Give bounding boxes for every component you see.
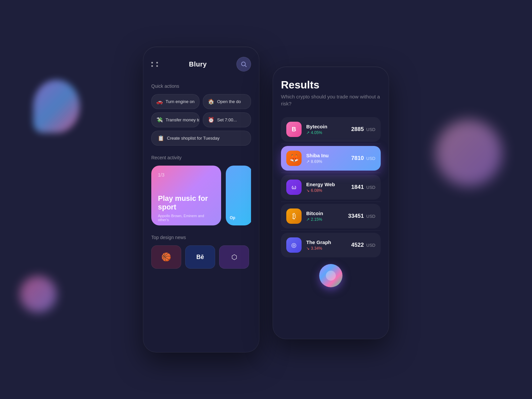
top-design-label: Top design news	[151, 235, 251, 240]
card-index: 1/3	[158, 172, 214, 178]
energy-info: Energy Web ↘ 6.08%	[306, 182, 351, 193]
crypto-item-energy[interactable]: ω Energy Web ↘ 6.08% 1841 USD	[281, 175, 381, 200]
energy-change: ↘ 6.08%	[306, 188, 351, 193]
card-subtitle-music: Appollo Brown, Eminem and other's	[158, 214, 214, 222]
shiba-price: 7810 USD	[351, 155, 375, 162]
dot-3	[151, 65, 153, 67]
recent-activity-label: Recent activity	[151, 155, 251, 160]
phone1-header: Blury	[151, 57, 251, 71]
action-turn-engine[interactable]: 🚗 Turn engine on	[151, 94, 200, 109]
graph-price: 4522 USD	[351, 242, 375, 248]
shiba-icon: 🦊	[286, 151, 302, 166]
graph-icon: ◎	[286, 237, 302, 253]
action-emoji-alarm: ⏰	[208, 117, 214, 123]
bitcoin-name: Bitcoin	[306, 210, 348, 216]
action-open-door[interactable]: 🏠 Open the do	[203, 94, 251, 109]
bytecoin-name: Bytecoin	[306, 124, 351, 129]
bitcoin-change: ↗ 2.15%	[306, 217, 348, 222]
bytecoin-change-value: 4.05%	[311, 130, 322, 135]
bitcoin-trend-icon: ↗	[306, 217, 310, 222]
energy-change-value: 6.08%	[311, 188, 322, 193]
phone-blury: Blury Quick actions 🚗 Turn engine on 🏠	[143, 47, 259, 352]
dot-4	[156, 65, 158, 67]
activity-card-music[interactable]: 1/3 Play music for sport Appollo Brown, …	[151, 166, 221, 225]
graph-trend-icon: ↘	[306, 246, 310, 251]
action-label-door: Open the do	[217, 99, 241, 104]
background-blob-bottom-right	[436, 120, 502, 186]
siri-assistant-button[interactable]	[319, 264, 342, 287]
dribbble-icon: 🏀	[161, 252, 171, 262]
divider-3	[281, 201, 381, 202]
divider-4	[281, 230, 381, 231]
phones-container: Blury Quick actions 🚗 Turn engine on 🏠	[143, 47, 389, 352]
bitcoin-price-value: 33451	[348, 213, 364, 219]
background-blob-top-left	[33, 80, 80, 133]
divider-2	[281, 173, 381, 173]
graph-change-value: 3.34%	[311, 246, 322, 251]
menu-dots[interactable]	[151, 62, 159, 67]
bitcoin-info: Bitcoin ↗ 2.15%	[306, 210, 348, 222]
bitcoin-change-value: 2.15%	[311, 217, 322, 222]
quick-actions-label: Quick actions	[151, 83, 251, 89]
shiba-name: Shiba Inu	[306, 153, 351, 158]
dot-1	[151, 62, 153, 64]
bytecoin-info: Bytecoin ↗ 4.05%	[306, 124, 351, 135]
action-emoji-car: 🚗	[156, 98, 163, 105]
energy-icon: ω	[286, 180, 302, 195]
background-blob-bottom-left	[20, 276, 57, 313]
search-icon	[240, 61, 247, 67]
bytecoin-price: 2885 USD	[351, 126, 375, 133]
card-title-music: Play music for sport	[158, 194, 214, 212]
activity-card-secondary[interactable]: Op	[226, 166, 251, 225]
crypto-list: B Bytecoin ↗ 4.05% 2885 USD	[281, 117, 381, 257]
behance-icon: Bē	[196, 254, 204, 261]
graph-currency: USD	[366, 243, 375, 248]
shiba-change-value: 8.69%	[311, 159, 322, 164]
graph-name: The Graph	[306, 239, 351, 245]
action-set-alarm[interactable]: ⏰ Set 7:00...	[203, 112, 251, 127]
energy-name: Energy Web	[306, 182, 351, 187]
action-create-shoplist[interactable]: 📋 Create shoplist for Tuesday	[151, 131, 251, 146]
shiba-price-value: 7810	[351, 155, 364, 161]
card-secondary-label: Op	[230, 215, 248, 220]
design-cards-row: 🏀 Bē ⬡	[151, 245, 251, 269]
energy-currency: USD	[366, 185, 375, 190]
search-button[interactable]	[236, 57, 251, 71]
graph-change: ↘ 3.34%	[306, 246, 351, 251]
divider-1	[281, 144, 381, 144]
quick-actions-grid: 🚗 Turn engine on 🏠 Open the do 💸 Transfe…	[151, 94, 251, 127]
graph-price-value: 4522	[351, 242, 364, 248]
activity-cards-row: 1/3 Play music for sport Appollo Brown, …	[151, 166, 251, 225]
energy-trend-icon: ↘	[306, 188, 310, 193]
svg-line-1	[245, 66, 247, 67]
shiba-info: Shiba Inu ↗ 8.69%	[306, 153, 351, 164]
bitcoin-price: 33451 USD	[348, 213, 375, 219]
crypto-item-bytecoin[interactable]: B Bytecoin ↗ 4.05% 2885 USD	[281, 117, 381, 142]
design-card-behance[interactable]: Bē	[185, 245, 215, 269]
bytecoin-trend-icon: ↗	[306, 130, 310, 135]
svg-point-0	[241, 62, 245, 66]
shiba-currency: USD	[366, 156, 375, 161]
bitcoin-icon: ₿	[286, 208, 302, 224]
bitcoin-currency: USD	[366, 214, 375, 219]
design-card-figma[interactable]: ⬡	[219, 245, 249, 269]
dot-2	[156, 62, 158, 64]
action-transfer-money[interactable]: 💸 Transfer money to...	[151, 112, 200, 127]
top-design-section: Top design news 🏀 Bē ⬡	[151, 235, 251, 269]
crypto-item-graph[interactable]: ◎ The Graph ↘ 3.34% 4522 USD	[281, 233, 381, 257]
crypto-item-bitcoin[interactable]: ₿ Bitcoin ↗ 2.15% 33451 USD	[281, 204, 381, 228]
design-card-dribbble[interactable]: 🏀	[151, 245, 181, 269]
phone-crypto: Results Which crypto should you trade no…	[273, 66, 389, 339]
energy-price: 1841 USD	[351, 184, 375, 191]
app-title: Blury	[189, 61, 207, 68]
results-title: Results	[281, 79, 381, 91]
action-label-shoplist: Create shoplist for Tuesday	[167, 136, 219, 141]
action-label-engine: Turn engine on	[166, 99, 195, 104]
action-label-transfer: Transfer money to...	[166, 117, 200, 122]
bytecoin-change: ↗ 4.05%	[306, 130, 351, 135]
graph-info: The Graph ↘ 3.34%	[306, 239, 351, 251]
action-emoji-shoplist: 📋	[158, 135, 164, 141]
siri-inner	[326, 271, 336, 281]
crypto-item-shiba[interactable]: 🦊 Shiba Inu ↗ 8.69% 7810 USD	[281, 146, 381, 171]
bytecoin-price-value: 2885	[351, 126, 364, 132]
